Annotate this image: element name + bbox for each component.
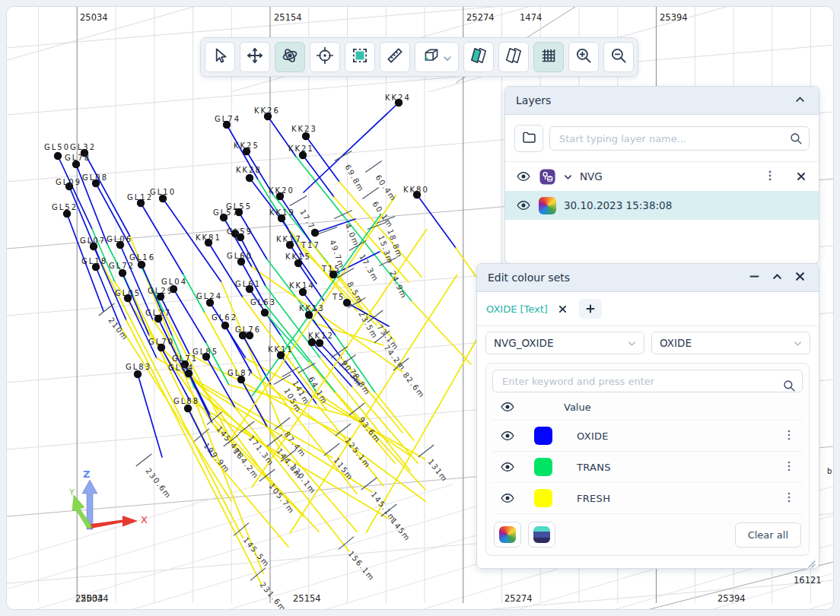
tab-oxide-text[interactable]: OXIDE [Text] [486,303,548,315]
axis-label: 25154 [274,12,302,23]
value-row[interactable]: OXIDE [492,421,803,452]
measure-label: 156.1m [346,549,376,582]
sublayer-row-selected[interactable]: 30.10.2023 15:38:08 [505,191,819,220]
hole-label: GL72 [109,262,135,270]
collar-dot [134,370,142,378]
cube-icon [422,46,441,68]
color-swatch[interactable] [534,427,552,445]
zoom-out-tool-button[interactable] [603,42,634,72]
chevron-down-icon [628,337,636,349]
box-select-tool-button[interactable] [345,42,375,72]
visibility-eye-icon[interactable] [500,428,515,443]
collar-dot [246,174,253,182]
open-layer-button[interactable] [514,125,543,152]
layer-row-nvg[interactable]: NVG [505,162,819,191]
chevron-down-icon [443,50,452,65]
hole-label: GL08 [82,173,108,182]
search-icon [782,379,796,392]
hole-label: KK11 [268,345,294,354]
minimize-button[interactable] [746,269,762,286]
view-cube-tool-button[interactable] [415,42,459,72]
axis-label: 25034 [81,593,109,604]
y-axis-label: Y [68,487,75,497]
dialog-header[interactable]: Edit colour sets [477,264,819,292]
row-menu-icon[interactable] [783,492,795,505]
search-icon [789,132,803,145]
ruler-icon [385,46,405,68]
resize-handle[interactable] [807,557,816,566]
hole-label: GL84 [168,364,194,372]
chevron-up-icon [795,94,805,106]
layer-menu-icon[interactable] [764,170,776,183]
view-toolbar [200,37,638,77]
hole-label: GL27 [145,309,171,317]
value-row[interactable]: FRESH [492,483,803,514]
attribute-select[interactable]: OXIDE [651,332,810,354]
clear-all-button[interactable]: Clear all [735,522,801,548]
collapse-dialog-button[interactable] [768,269,785,286]
value-row[interactable]: TRANS [492,452,803,483]
orbit-icon [280,46,300,68]
color-swatch[interactable] [534,458,552,476]
slice-tool-button[interactable] [463,42,494,72]
layer-search-input[interactable] [549,126,810,151]
folder-icon [521,129,537,148]
visibility-eye-icon[interactable] [500,491,515,506]
hole-label: GL05 [115,289,141,297]
grid-icon [539,46,558,68]
value-label: FRESH [577,493,610,504]
sublayer-name: 30.10.2023 15:38:08 [564,199,672,211]
add-tab-button[interactable] [579,299,602,319]
keyword-search-input[interactable] [492,370,803,392]
pan-tool-button[interactable] [240,42,270,72]
collapse-panel-button[interactable] [791,92,808,109]
measure-label: 105.7m [267,481,296,515]
colour-set-select[interactable]: NVG_OXIDE [485,332,644,354]
hole-label: KK12 [308,332,334,340]
hole-label: GL87 [228,369,253,377]
orbit-tool-button[interactable] [275,42,305,72]
measure-label: 125.1m [343,436,372,469]
hole-label: GL29 [148,287,173,295]
hole-label: T5 [332,293,345,301]
minus-icon [749,271,759,284]
focus-tool-button[interactable] [310,42,340,72]
app-window: 210m230.6m145.4m199.9m184.2m171.3m87.4m1… [6,6,834,610]
chevron-down-icon[interactable] [564,170,572,183]
visibility-eye-icon[interactable] [516,169,531,184]
collar-dot [119,269,126,277]
hole-label: GL04 [161,278,187,286]
axis-label: 25394 [660,12,688,23]
visibility-eye-icon[interactable] [516,198,531,213]
hole-label: KK17 [276,235,302,243]
close-dialog-button[interactable] [791,269,808,286]
hole-label: GL32 [70,143,96,151]
hole-label: KK15 [285,252,311,261]
hole-label: KK14 [289,281,315,290]
chevron-down-icon [794,337,802,349]
measure-tool-button[interactable] [380,42,410,72]
visibility-eye-icon[interactable] [500,459,515,475]
colour-set-style-button[interactable] [494,522,521,548]
grid-tool-button[interactable] [533,42,564,72]
toggle-all-eye-icon[interactable] [500,399,515,414]
slice-empty-tool-button[interactable] [498,42,529,72]
select-tool-button[interactable] [205,42,235,72]
gradient-style-button[interactable] [528,522,555,548]
color-swatch[interactable] [534,489,552,507]
axis-label: 25034 [80,12,108,23]
measure-label: 230.6m [144,466,173,500]
remove-layer-icon[interactable] [794,171,808,182]
x-axis-label: X [141,514,148,526]
hole-label: GL16 [129,253,155,262]
row-menu-icon[interactable] [783,430,795,443]
edit-colour-sets-dialog: Edit colour sets OXIDE [Text] NVG_OXIDE … [476,263,819,569]
chevron-up-icon [772,271,782,284]
close-tab-icon[interactable] [558,305,567,313]
zoom-in-icon [574,46,593,68]
hole-label: GL76 [235,325,261,334]
row-menu-icon[interactable] [783,461,795,474]
zoom-in-tool-button[interactable] [568,42,599,72]
hole-label: KK13 [299,304,325,313]
value-label: OXIDE [577,430,609,442]
